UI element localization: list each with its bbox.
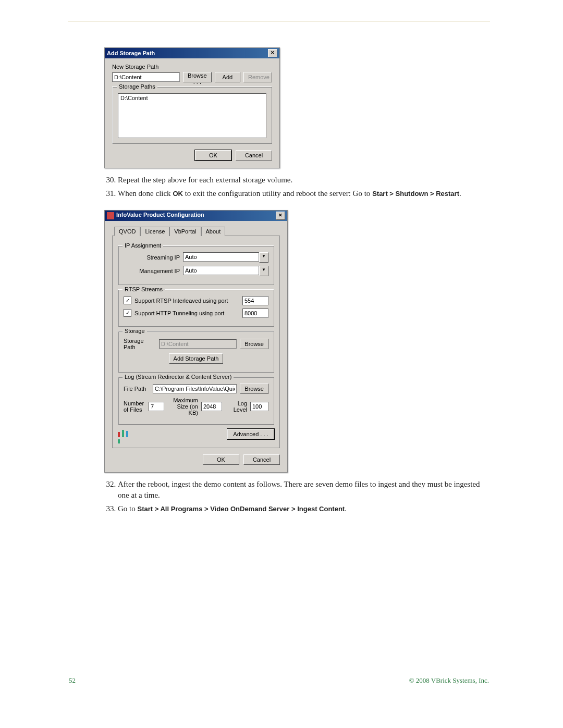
browse-button[interactable]: Browse . . . xyxy=(183,72,212,82)
file-path-input[interactable] xyxy=(153,384,237,393)
management-ip-label: Management IP xyxy=(124,268,180,274)
tab-qvod[interactable]: QVOD xyxy=(114,227,140,236)
tab-about[interactable]: About xyxy=(201,227,226,236)
rtsp-streams-group: RTSP Streams ✓ Support RTSP Interleaved … xyxy=(118,289,274,327)
log-level-input[interactable] xyxy=(250,402,268,411)
remove-button: Remove xyxy=(243,72,272,82)
step-32: After the reboot, ingest the demo conten… xyxy=(118,479,490,502)
list-item[interactable]: D:\Content xyxy=(120,95,264,101)
storage-paths-legend: Storage Paths xyxy=(117,83,157,90)
titlebar: Add Storage Path ✕ xyxy=(105,48,279,58)
page-number: 52 xyxy=(69,676,76,685)
cancel-button[interactable]: Cancel xyxy=(243,454,280,465)
titlebar: InfoValue Product Configuration ✕ xyxy=(105,211,287,221)
advanced-button[interactable]: Advanced . . . xyxy=(227,429,274,439)
app-icon xyxy=(107,212,114,219)
rtsp-interleaved-checkbox[interactable]: ✓ xyxy=(124,297,131,304)
new-storage-path-label: New Storage Path xyxy=(112,64,272,70)
log-legend: Log (Stream Redirector & Content Server) xyxy=(123,374,234,380)
management-ip-combo[interactable] xyxy=(183,266,259,275)
tab-strip: QVOD License VbPortal About xyxy=(112,226,280,236)
tab-panel-qvod: IP Assignment Streaming IP ▼ Management … xyxy=(112,236,280,448)
step-33: Go to Start > All Programs > Video OnDem… xyxy=(118,503,490,515)
chevron-down-icon[interactable]: ▼ xyxy=(259,266,268,276)
storage-group: Storage Storage Path Browse Add Storage … xyxy=(118,331,274,373)
storage-paths-group: Storage Paths D:\Content xyxy=(112,87,272,144)
file-path-label: File Path xyxy=(124,386,150,392)
storage-path-input xyxy=(159,339,237,349)
storage-paths-listbox[interactable]: D:\Content xyxy=(118,93,266,138)
num-files-input[interactable] xyxy=(149,402,164,411)
tab-license[interactable]: License xyxy=(140,227,169,236)
ok-button[interactable]: OK xyxy=(195,150,231,161)
infovalue-config-dialog: InfoValue Product Configuration ✕ QVOD L… xyxy=(104,210,288,473)
new-storage-path-input[interactable] xyxy=(112,72,180,82)
close-icon[interactable]: ✕ xyxy=(268,49,277,57)
http-port-input[interactable] xyxy=(242,309,268,318)
top-rule xyxy=(68,21,490,21)
ip-assignment-group: IP Assignment Streaming IP ▼ Management … xyxy=(118,245,274,285)
add-button[interactable]: Add xyxy=(215,72,240,82)
close-icon[interactable]: ✕ xyxy=(276,212,285,220)
storage-browse-button[interactable]: Browse xyxy=(240,339,268,349)
log-group: Log (Stream Redirector & Content Server)… xyxy=(118,377,274,425)
rtsp-port-input[interactable] xyxy=(242,296,268,305)
log-browse-button[interactable]: Browse xyxy=(240,384,268,394)
vbrick-logo-icon xyxy=(118,430,130,438)
step-30: Repeat the step above for each external … xyxy=(118,175,490,186)
http-tunneling-checkbox[interactable]: ✓ xyxy=(124,309,131,317)
streaming-ip-label: Streaming IP xyxy=(124,254,180,261)
dialog-title: Add Storage Path xyxy=(107,50,155,56)
num-files-label: Number of Files xyxy=(124,400,145,413)
rtsp-interleaved-label: Support RTSP Interleaved using port xyxy=(134,298,228,304)
streaming-ip-combo[interactable] xyxy=(183,252,259,262)
max-size-label: Maximum Size (on KB) xyxy=(167,397,198,416)
add-storage-path-button[interactable]: Add Storage Path xyxy=(169,353,224,364)
dialog-title: InfoValue Product Configuration xyxy=(107,212,204,219)
add-storage-path-dialog: Add Storage Path ✕ New Storage Path Brow… xyxy=(104,47,280,168)
page-footer: 52 © 2008 VBrick Systems, Inc. xyxy=(68,676,490,685)
tab-vbportal[interactable]: VbPortal xyxy=(169,227,201,236)
ok-button[interactable]: OK xyxy=(203,454,239,465)
http-tunneling-label: Support HTTP Tunneling using port xyxy=(134,310,224,316)
rtsp-legend: RTSP Streams xyxy=(123,286,165,292)
instruction-list-1: Repeat the step above for each external … xyxy=(68,175,490,200)
storage-legend: Storage xyxy=(123,328,147,334)
instruction-list-2: After the reboot, ingest the demo conten… xyxy=(68,479,490,515)
ip-legend: IP Assignment xyxy=(123,242,163,249)
max-size-input[interactable] xyxy=(201,402,222,411)
chevron-down-icon[interactable]: ▼ xyxy=(259,252,268,263)
step-31: When done click OK to exit the configura… xyxy=(118,188,490,200)
log-level-label: Log Level xyxy=(225,400,247,413)
copyright: © 2008 VBrick Systems, Inc. xyxy=(409,676,489,685)
cancel-button[interactable]: Cancel xyxy=(236,150,272,161)
storage-path-label: Storage Path xyxy=(124,338,156,350)
